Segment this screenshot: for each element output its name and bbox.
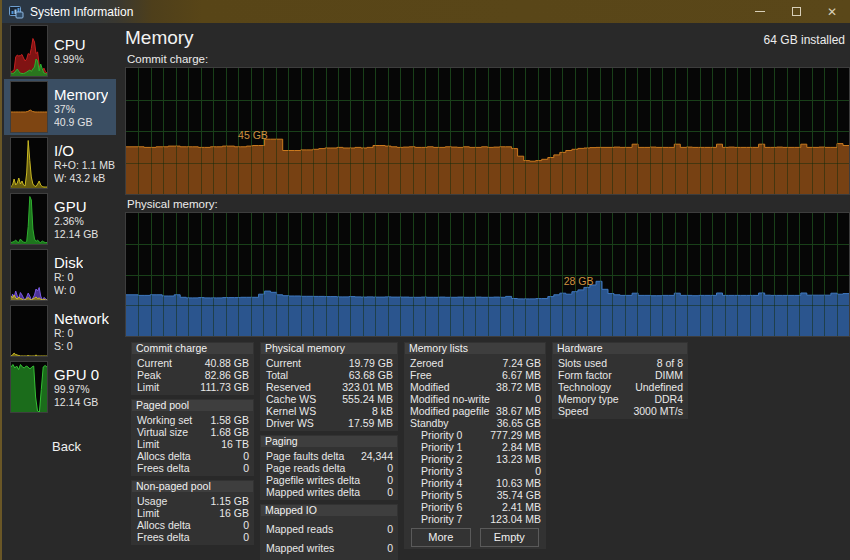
stat-value: DDR4 (654, 393, 683, 405)
system-information-window: System Information ✕ CPU9.99%Memory37%40… (0, 0, 850, 560)
stat-value: 6.67 MB (502, 369, 541, 381)
stat-value: 13.23 MB (496, 453, 541, 465)
stat-row: Mapped writes0 (260, 539, 398, 558)
stat-value: 35.74 GB (497, 489, 541, 501)
stat-value: 0 (535, 465, 541, 477)
stat-value: 1.58 GB (210, 414, 249, 426)
stats-column-3: Memory listsZeroed7.24 GBFree6.67 MBModi… (404, 342, 546, 560)
stat-row: Speed3000 MT/s (552, 405, 688, 417)
stat-row: Current40.88 GB (131, 357, 254, 369)
sidebar-item-text: GPU2.36%12.14 GB (54, 198, 98, 241)
stat-label: Technology (558, 381, 611, 393)
sidebar-item-cpu[interactable]: CPU9.99% (4, 23, 116, 79)
physical-memory-label: Physical memory: (127, 198, 850, 211)
group-header: Paging (261, 436, 397, 447)
group-mapped-io: Mapped IOMapped reads0Mapped writes0 (260, 504, 398, 560)
sidebar-item-gpu[interactable]: GPU2.36%12.14 GB (4, 191, 116, 247)
stat-value: 16 TB (221, 438, 249, 450)
stat-label: Speed (558, 405, 588, 417)
stat-label: Priority 7 (410, 513, 462, 525)
stat-row: TechnologyUndefined (552, 381, 688, 393)
maximize-button[interactable] (778, 0, 814, 23)
sidebar-item-memory[interactable]: Memory37%40.9 GB (4, 79, 116, 135)
app-icon (8, 5, 24, 19)
stat-label: Driver WS (266, 417, 314, 429)
stat-row: Modified pagefile38.67 MB (404, 405, 546, 417)
group-header: Commit charge (132, 343, 253, 354)
stat-value: 0 (243, 462, 249, 474)
stat-label: Page reads delta (266, 462, 345, 474)
stat-label: Priority 2 (410, 453, 462, 465)
stat-label: Current (266, 357, 301, 369)
more-button[interactable]: More (411, 528, 471, 547)
maximize-icon (792, 7, 801, 16)
close-button[interactable]: ✕ (814, 0, 850, 23)
sidebar-item-label: GPU 0 (54, 366, 99, 383)
graph-annotation: 45 GB (238, 129, 268, 141)
stat-label: Priority 5 (410, 489, 462, 501)
sidebar-item-label: Memory (54, 86, 108, 103)
stat-row: Page reads delta0 (260, 462, 398, 474)
stats-panels: Commit chargeCurrent40.88 GBPeak82.86 GB… (131, 342, 850, 560)
empty-button[interactable]: Empty (480, 528, 540, 547)
mini-disk-svg (11, 250, 47, 300)
sidebar-item-gpu0[interactable]: GPU 099.97%12.14 GB (4, 359, 116, 415)
main-panel: Memory 64 GB installed Commit charge: 45… (117, 23, 850, 560)
stat-label: Free (410, 369, 432, 381)
stat-row: Zeroed7.24 GB (404, 357, 546, 369)
sidebar-item-label: Disk (54, 254, 83, 271)
physical-memory-history-svg (126, 213, 849, 336)
stat-value: 123.04 MB (490, 513, 541, 525)
stat-label: Usage (137, 495, 167, 507)
stat-label: Allocs delta (137, 450, 191, 462)
group-header: Paged pool (132, 400, 253, 411)
stat-label: Cache WS (266, 393, 316, 405)
mini-gpu-svg (11, 194, 47, 244)
stat-value: 0 (243, 531, 249, 543)
mini-graph-network (10, 305, 48, 357)
stat-label: Modified no-write (410, 393, 490, 405)
group-memory-lists: Memory listsZeroed7.24 GBFree6.67 MBModi… (404, 342, 546, 549)
commit-charge-graph[interactable]: 45 GB (125, 67, 850, 195)
stat-label: Zeroed (410, 357, 443, 369)
main-header: Memory 64 GB installed (125, 26, 850, 49)
physical-memory-graph[interactable]: 28 GB (125, 212, 850, 337)
sidebar-item-text: I/OR+O: 1.1 MBW: 43.2 kB (54, 142, 115, 185)
stat-value: 10.63 MB (496, 477, 541, 489)
stat-label: Frees delta (137, 531, 190, 543)
group-header: Physical memory (261, 343, 397, 354)
stat-label: Mapped reads (266, 520, 333, 539)
sidebar-item-disk[interactable]: DiskR: 0W: 0 (4, 247, 116, 303)
stat-row: Usage1.15 GB (131, 495, 254, 507)
stat-value: 1.68 GB (210, 426, 249, 438)
stat-label: Pagefile writes delta (266, 474, 360, 486)
sidebar-item-value: W: 43.2 kB (54, 172, 115, 185)
stat-label: Limit (137, 438, 159, 450)
stat-value: 38.67 MB (496, 405, 541, 417)
stat-row: Modified38.72 MB (404, 381, 546, 393)
sidebar-item-text: DiskR: 0W: 0 (54, 254, 83, 297)
stat-label: Peak (137, 369, 161, 381)
stat-value: 0 (387, 486, 393, 498)
stat-row: Modified no-write0 (404, 393, 546, 405)
stat-value: 0 (387, 520, 393, 539)
stats-column-4: HardwareSlots used8 of 8Form factorDIMMT… (552, 342, 688, 560)
commit-charge-history-svg (126, 68, 849, 194)
stats-column-2: Physical memoryCurrent19.79 GBTotal63.68… (260, 342, 398, 560)
stat-row: Free6.67 MB (404, 369, 546, 381)
close-icon: ✕ (827, 6, 837, 18)
stat-label: Allocs delta (137, 519, 191, 531)
back-button[interactable]: Back (4, 439, 116, 454)
sidebar-item-value: 9.99% (54, 53, 86, 66)
sidebar-item-io[interactable]: I/OR+O: 1.1 MBW: 43.2 kB (4, 135, 116, 191)
group-hardware: HardwareSlots used8 of 8Form factorDIMMT… (552, 342, 688, 419)
group-commit-charge: Commit chargeCurrent40.88 GBPeak82.86 GB… (131, 342, 254, 395)
sidebar-item-network[interactable]: NetworkR: 0S: 0 (4, 303, 116, 359)
sidebar-item-value: S: 0 (54, 340, 109, 353)
minimize-button[interactable] (742, 0, 778, 23)
stat-row: Cache WS555.24 MB (260, 393, 398, 405)
sidebar-item-value: 99.97% (54, 383, 99, 396)
sidebar-item-value: R: 0 (54, 271, 83, 284)
sidebar-item-label: CPU (54, 36, 86, 53)
mini-io-svg (11, 138, 47, 188)
